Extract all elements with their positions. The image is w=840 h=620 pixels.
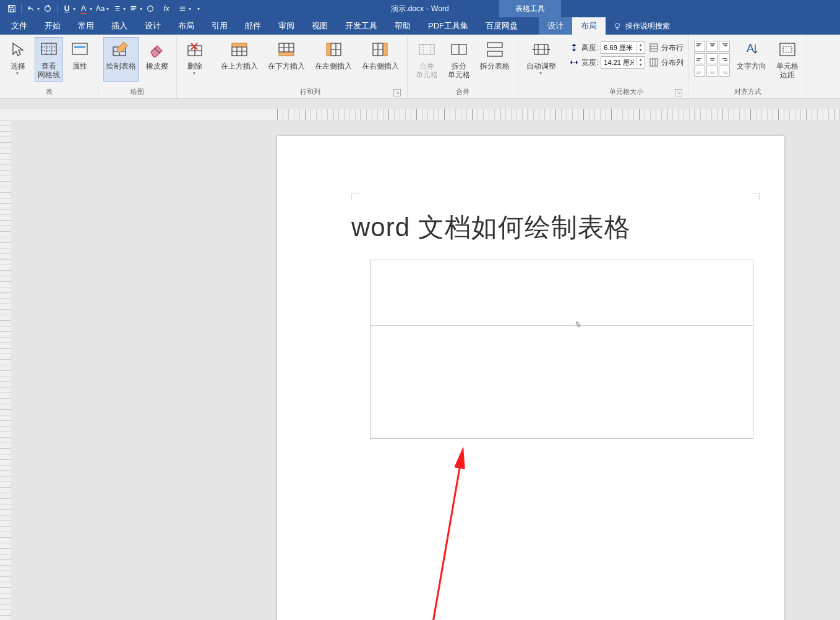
document-name: 演示.docx [391, 4, 424, 14]
autofit-icon [531, 40, 551, 59]
insert-right-icon [371, 40, 390, 59]
cursor-icon [8, 40, 28, 59]
group-merge: 合并 单元格 拆分 单元格 拆分表格 合并 [408, 35, 518, 98]
svg-rect-2 [10, 9, 13, 12]
row-height-input[interactable]: ▲▼ [601, 41, 645, 54]
list-dropdown-icon[interactable]: ▾ [123, 6, 126, 12]
delete-button[interactable]: 删除 ▾ [182, 37, 208, 82]
svg-rect-14 [279, 53, 294, 56]
tab-mailings[interactable]: 邮件 [236, 17, 270, 35]
document-table[interactable]: ✎ [370, 260, 753, 439]
insert-right-button[interactable]: 在右侧插入 [359, 37, 402, 82]
context-tab-layout[interactable]: 布局 [572, 17, 606, 35]
tab-insert[interactable]: 插入 [103, 17, 136, 35]
group-draw: 绘制表格 橡皮擦 绘图 [98, 35, 177, 98]
text-direction-button[interactable]: A 文字方向 [734, 37, 769, 82]
height-icon [569, 43, 579, 53]
svg-point-3 [45, 6, 51, 12]
group-cellsize-label: 单元格大小 ↘ [569, 86, 684, 98]
properties-button[interactable]: 属性 [67, 37, 93, 82]
tab-developer[interactable]: 开发工具 [336, 17, 386, 35]
spin-up-icon[interactable]: ▲ [636, 43, 645, 48]
svg-rect-24 [650, 44, 658, 51]
save-icon[interactable] [4, 1, 20, 17]
document-page[interactable]: word 文档如何绘制表格 ✎ [277, 136, 784, 620]
underline-dropdown-icon[interactable]: ▾ [73, 6, 75, 12]
document-heading[interactable]: word 文档如何绘制表格 [351, 210, 631, 245]
more1-dropdown-icon[interactable]: ▾ [189, 6, 191, 12]
pencil-cursor-icon: ✎ [573, 319, 583, 330]
paragraph-dropdown-icon[interactable]: ▾ [140, 6, 142, 12]
distribute-cols-icon [649, 57, 659, 67]
case-dropdown-icon[interactable]: ▾ [106, 6, 109, 12]
insert-above-icon [229, 40, 249, 59]
rowscols-dialog-launcher-icon[interactable]: ↘ [393, 89, 401, 96]
customize-qat-icon[interactable]: ▾ [191, 1, 207, 17]
align-bottom-left[interactable] [694, 66, 705, 77]
split-table-button[interactable]: 拆分表格 [477, 37, 513, 82]
select-button[interactable]: 选择 ▾ [5, 37, 31, 82]
distribute-rows-button[interactable]: 分布行 [649, 41, 684, 54]
undo-dropdown-icon[interactable]: ▾ [37, 6, 40, 12]
horizontal-ruler[interactable] [0, 109, 840, 120]
tab-view[interactable]: 视图 [303, 17, 336, 35]
split-table-icon [485, 40, 505, 59]
spin-down-icon[interactable]: ▼ [636, 48, 645, 53]
alignment-grid [694, 41, 730, 77]
chevron-down-icon: ▾ [539, 70, 542, 76]
eraser-button[interactable]: 橡皮擦 [143, 37, 171, 82]
merge-icon [417, 40, 437, 59]
align-top-center[interactable] [706, 41, 718, 52]
row-height-control: 高度: ▲▼ [569, 41, 645, 54]
font-color-dropdown-icon[interactable]: ▾ [90, 6, 92, 12]
align-top-right[interactable] [719, 41, 730, 52]
context-tab-design[interactable]: 设计 [539, 17, 572, 35]
align-middle-left[interactable] [694, 53, 705, 64]
insert-above-button[interactable]: 在上方插入 [218, 37, 261, 82]
distribute-cols-button[interactable]: 分布列 [649, 56, 684, 69]
group-align-label: 对齐方式 [694, 86, 802, 98]
margin-corner-icon [351, 193, 359, 200]
align-middle-center[interactable] [706, 53, 718, 64]
spin-up-icon[interactable]: ▲ [636, 57, 645, 62]
tab-pdf[interactable]: PDF工具集 [419, 17, 477, 35]
gridlines-icon [39, 40, 59, 59]
title-bar: ▾ U ▾ A ▾ Aa ▾ ▾ ▾ fx ▾ ▾ 演示.docx - Word… [0, 0, 840, 17]
width-icon [569, 57, 579, 67]
tab-references[interactable]: 引用 [203, 17, 236, 35]
tab-common[interactable]: 常用 [69, 17, 103, 35]
tab-review[interactable]: 审阅 [270, 17, 303, 35]
insert-left-button[interactable]: 在左侧插入 [312, 37, 355, 82]
split-cells-button[interactable]: 拆分 单元格 [445, 37, 473, 82]
shape-icon[interactable] [142, 1, 158, 17]
cellsize-dialog-launcher-icon[interactable]: ↘ [675, 89, 682, 96]
align-bottom-center[interactable] [706, 66, 718, 77]
cell-margins-button[interactable]: 单元格 边距 [773, 37, 802, 82]
tab-help[interactable]: 帮助 [386, 17, 419, 35]
align-middle-right[interactable] [719, 53, 730, 64]
svg-rect-12 [232, 43, 247, 46]
autofit-button[interactable]: 自动调整 ▾ [523, 37, 559, 82]
distribute-rows-icon [649, 43, 659, 53]
tab-layout[interactable]: 布局 [169, 17, 203, 35]
group-cell-size: 高度: ▲▼ 宽度: ▲▼ [564, 35, 689, 98]
col-width-input[interactable]: ▲▼ [601, 56, 645, 69]
tab-baidu[interactable]: 百度网盘 [477, 17, 526, 35]
align-top-left[interactable] [694, 41, 705, 52]
redo-icon[interactable] [40, 1, 56, 17]
ribbon: 选择 ▾ 查看 网格线 属性 表 绘制表格 橡皮擦 绘图 [0, 35, 840, 99]
view-gridlines-button[interactable]: 查看 网格线 [35, 37, 63, 82]
spin-down-icon[interactable]: ▼ [636, 62, 645, 67]
tell-me-search[interactable]: 操作说明搜索 [606, 18, 677, 35]
align-bottom-right[interactable] [719, 66, 730, 77]
insert-below-button[interactable]: 在下方插入 [265, 37, 308, 82]
tab-file[interactable]: 文件 [2, 17, 36, 35]
formula-icon[interactable]: fx [158, 1, 174, 17]
svg-rect-19 [419, 45, 434, 54]
vertical-ruler[interactable] [0, 120, 11, 620]
group-rows-cols: 在上方插入 在下方插入 在左侧插入 在右侧插入 行和列 ↘ [213, 35, 408, 98]
draw-table-button[interactable]: 绘制表格 [103, 37, 139, 82]
tab-home[interactable]: 开始 [36, 17, 69, 35]
tab-design[interactable]: 设计 [136, 17, 169, 35]
tell-me-label: 操作说明搜索 [625, 21, 670, 32]
